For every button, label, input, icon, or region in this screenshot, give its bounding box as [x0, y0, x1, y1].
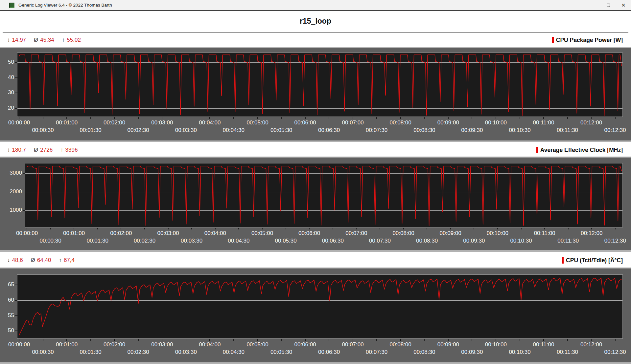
- x-tick-label: 00:12:30: [604, 238, 626, 244]
- x-tick-label: 00:08:30: [416, 238, 438, 244]
- x-tick-mark: [309, 228, 310, 229]
- generic-log-viewer-window: Generic Log Viewer 6.4 - © 2022 Thomas B…: [0, 0, 631, 364]
- x-tick-label: 00:03:00: [151, 341, 173, 348]
- x-tick-mark: [567, 339, 568, 341]
- x-tick-mark: [591, 117, 592, 119]
- x-tick-label: 00:03:30: [175, 127, 197, 134]
- x-tick-label: 00:11:00: [533, 341, 554, 348]
- y-tick-label: 50: [0, 327, 14, 334]
- x-tick-mark: [144, 228, 145, 229]
- y-tick-mark: [23, 173, 25, 174]
- y-tick-mark: [23, 192, 25, 192]
- x-tick-label: 00:00:30: [32, 127, 54, 134]
- x-tick-label: 00:11:30: [557, 127, 578, 134]
- x-tick-mark: [450, 228, 451, 229]
- x-tick-mark: [329, 339, 329, 341]
- x-tick-label: 00:09:00: [440, 230, 461, 237]
- x-tick-label: 00:10:00: [485, 341, 507, 348]
- x-tick-mark: [74, 228, 74, 229]
- x-tick-mark: [43, 339, 43, 341]
- x-tick-label: 00:10:00: [485, 119, 507, 126]
- stat-avg-value: 45,34: [40, 37, 54, 43]
- x-tick-mark: [353, 117, 353, 119]
- minimize-button[interactable]: [586, 0, 601, 10]
- x-tick-mark: [168, 228, 169, 229]
- maximize-button[interactable]: [601, 0, 616, 10]
- series-color-bar: [552, 37, 554, 43]
- plot-area-cpu-package-power[interactable]: 2030405000:00:0000:01:0000:02:0000:03:00…: [17, 53, 622, 117]
- x-tick-label: 00:00:00: [8, 341, 30, 348]
- series-line-cpu-temperature: [19, 278, 621, 335]
- x-tick-label: 00:10:30: [510, 238, 532, 244]
- x-tick-label: 00:06:30: [318, 349, 340, 355]
- chart-title: Average Effective Clock [MHz]: [540, 147, 623, 154]
- stat-max-value: 67,4: [64, 257, 75, 264]
- y-tick-mark: [15, 315, 17, 316]
- x-tick-mark: [474, 228, 474, 229]
- maximize-icon: [607, 4, 610, 7]
- x-tick-label: 00:12:00: [580, 341, 602, 348]
- x-tick-mark: [286, 228, 286, 229]
- x-tick-label: 00:04:30: [223, 127, 245, 134]
- app-icon: [9, 3, 14, 8]
- x-tick-mark: [333, 228, 333, 229]
- x-tick-label: 00:07:30: [366, 349, 387, 355]
- x-tick-label: 00:06:00: [294, 341, 316, 348]
- stat-avg-value: 64,40: [37, 257, 51, 264]
- x-tick-label: 00:02:00: [110, 230, 132, 237]
- x-tick-mark: [138, 339, 139, 341]
- x-tick-label: 00:06:00: [298, 230, 320, 237]
- x-tick-mark: [424, 339, 425, 341]
- x-tick-mark: [544, 228, 545, 229]
- x-tick-mark: [305, 117, 306, 119]
- x-tick-label: 00:08:00: [392, 230, 414, 237]
- x-tick-label: 00:00:00: [8, 119, 30, 126]
- x-tick-label: 00:12:30: [604, 349, 626, 355]
- x-tick-mark: [520, 117, 520, 119]
- x-tick-mark: [543, 339, 544, 341]
- x-tick-label: 00:10:30: [509, 349, 530, 355]
- x-tick-label: 00:08:00: [390, 119, 411, 126]
- stats-row-effective-clock: ↓ 180,7 Ø 2726 ↑ 3396 Average Effective …: [0, 143, 631, 157]
- x-tick-mark: [43, 117, 43, 119]
- x-tick-mark: [400, 117, 401, 119]
- x-tick-label: 00:00:30: [32, 349, 54, 355]
- plot-area-effective-clock[interactable]: 10002000300000:00:0000:01:0000:02:0000:0…: [25, 163, 622, 227]
- x-tick-mark: [472, 339, 472, 341]
- x-tick-mark: [114, 117, 115, 119]
- x-tick-mark: [448, 339, 449, 341]
- chart-title: CPU (Tctl/Tdie) [Â°C]: [566, 257, 623, 264]
- close-button[interactable]: ✕: [616, 0, 631, 10]
- x-tick-mark: [591, 228, 592, 229]
- x-tick-label: 00:05:30: [270, 349, 292, 355]
- title-bar: Generic Log Viewer 6.4 - © 2022 Thomas B…: [0, 0, 631, 11]
- chart-panel-cpu-package-power: 2030405000:00:0000:01:0000:02:0000:03:00…: [0, 47, 631, 142]
- min-arrow-icon: ↓: [7, 147, 10, 153]
- x-tick-mark: [66, 117, 67, 119]
- x-tick-mark: [353, 339, 353, 341]
- x-tick-label: 00:09:00: [437, 341, 459, 348]
- chart-legend: CPU (Tctl/Tdie) [Â°C]: [562, 257, 623, 264]
- x-tick-label: 00:04:30: [223, 349, 245, 355]
- x-tick-mark: [262, 228, 263, 229]
- y-tick-mark: [15, 93, 17, 93]
- x-tick-label: 00:02:30: [134, 238, 155, 244]
- x-tick-label: 00:02:00: [104, 119, 125, 126]
- x-tick-mark: [615, 339, 616, 341]
- y-tick-label: 2000: [7, 188, 22, 195]
- avg-icon: Ø: [31, 257, 35, 264]
- x-tick-label: 00:07:30: [369, 238, 391, 244]
- y-tick-label: 20: [0, 105, 14, 111]
- plot-area-cpu-temperature[interactable]: 5055606500:00:0000:01:0000:02:0000:03:00…: [17, 275, 622, 338]
- window-title: Generic Log Viewer 6.4 - © 2022 Thomas B…: [18, 3, 112, 8]
- x-tick-mark: [281, 339, 282, 341]
- x-tick-mark: [186, 339, 186, 341]
- chart-panel-effective-clock: 10002000300000:00:0000:01:0000:02:0000:0…: [0, 157, 631, 252]
- x-tick-mark: [615, 117, 616, 119]
- x-tick-label: 00:00:30: [40, 238, 61, 244]
- x-tick-label: 00:04:00: [204, 230, 226, 237]
- avg-icon: Ø: [34, 37, 38, 43]
- x-tick-mark: [400, 339, 401, 341]
- max-arrow-icon: ↑: [62, 37, 65, 43]
- x-tick-mark: [215, 228, 216, 229]
